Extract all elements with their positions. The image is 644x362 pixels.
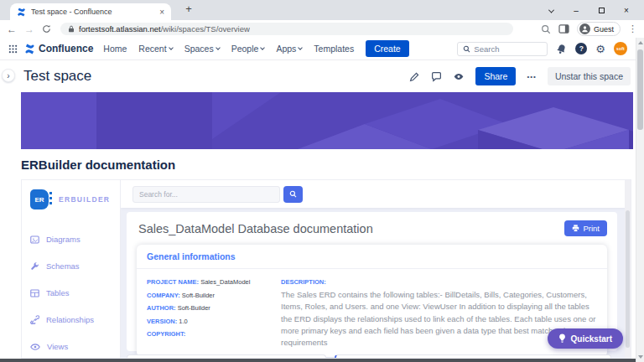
documentation-card: Sales_DataModel Database documentation P…: [127, 212, 617, 351]
eye-icon: [30, 343, 40, 351]
sidebar-item-label: Views: [47, 342, 68, 351]
erbuilder-search-button[interactable]: [283, 186, 303, 203]
user-avatar[interactable]: soft: [614, 42, 627, 55]
scrollbar-up-icon[interactable]: [636, 39, 644, 47]
browser-menu-icon[interactable]: ⋮: [628, 23, 637, 34]
sidebar-expand-button[interactable]: ›: [2, 69, 15, 82]
minimize-button[interactable]: –: [564, 6, 589, 15]
unstar-space-button[interactable]: Unstar this space: [548, 67, 631, 85]
address-bar: ← → fortestsoft.atlassian.net/wiki/space…: [0, 20, 644, 38]
window-controls: – ×: [538, 0, 639, 20]
sidebar-item-views[interactable]: Views: [30, 342, 112, 351]
settings-gear-icon[interactable]: ⚙: [595, 44, 605, 54]
create-button[interactable]: Create: [366, 40, 409, 57]
field-value: Sales_DataModel: [200, 278, 250, 286]
chevron-down-icon: [298, 45, 303, 50]
nav-item-label: Templates: [314, 44, 354, 54]
profile-button[interactable]: Guest: [577, 22, 621, 36]
print-button-label: Print: [583, 224, 600, 233]
field-author: AUTHOR: Soft-Builder: [147, 304, 269, 312]
nav-item-apps[interactable]: Apps: [276, 44, 302, 54]
field-label: COPYRIGHT:: [147, 330, 185, 338]
confluence-search-input[interactable]: [474, 44, 541, 54]
link-icon: [30, 315, 39, 324]
lock-icon: [68, 25, 75, 33]
sidebar-item-label: Diagrams: [46, 235, 80, 244]
partial-card: [127, 354, 326, 358]
sidebar-item-label: Schemas: [46, 261, 80, 271]
share-button[interactable]: Share: [475, 67, 516, 85]
reload-button[interactable]: [42, 24, 51, 34]
field-project-name: PROJECT NAME: Sales_DataModel: [147, 278, 269, 286]
chevron-down-icon: [216, 45, 221, 50]
quickstart-button[interactable]: Quickstart: [548, 328, 623, 349]
confluence-top-nav: Confluence Home Recent Spaces People App…: [0, 38, 636, 60]
sidebar-item-tables[interactable]: Tables: [30, 288, 112, 297]
table-icon: [30, 289, 39, 297]
print-button[interactable]: Print: [564, 220, 607, 236]
tab-close-icon[interactable]: ×: [159, 8, 164, 17]
panel-title: General informations: [137, 245, 607, 269]
sidebar-item-label: Relationships: [46, 315, 94, 324]
field-value: 1.0: [179, 318, 187, 325]
nav-item-recent[interactable]: Recent: [138, 44, 172, 54]
watch-eye-icon[interactable]: [453, 71, 465, 82]
quickstart-label: Quickstart: [571, 334, 612, 344]
side-panel-icon[interactable]: [558, 24, 569, 34]
comment-icon[interactable]: [431, 71, 442, 82]
nav-item-spaces[interactable]: Spaces: [184, 44, 220, 54]
wrench-icon: [30, 261, 39, 271]
sidebar-item-schemas[interactable]: Schemas: [30, 261, 112, 271]
nav-item-home[interactable]: Home: [103, 44, 127, 54]
erbuilder-main: Sales_DataModel Database documentation P…: [121, 180, 631, 358]
nav-item-label: Spaces: [184, 44, 214, 54]
app-switcher-icon[interactable]: [8, 44, 18, 54]
forward-button[interactable]: →: [24, 23, 34, 35]
window-close-button[interactable]: ×: [614, 6, 639, 15]
url-field[interactable]: fortestsoft.atlassian.net/wiki/spaces/TS…: [60, 23, 513, 35]
page-scrollbar[interactable]: [636, 38, 644, 362]
scrollbar-thumb[interactable]: [637, 49, 643, 130]
tab-title: Test space - Confluence: [31, 8, 154, 16]
frame-scrollbar-thumb[interactable]: [626, 210, 630, 348]
nav-item-templates[interactable]: Templates: [314, 44, 354, 54]
help-icon[interactable]: ?: [575, 43, 587, 54]
zoom-icon[interactable]: [541, 24, 551, 34]
space-banner-image: [21, 92, 633, 149]
sidebar-item-label: Tables: [46, 288, 69, 297]
erbuilder-search-input[interactable]: [132, 186, 280, 203]
nav-item-label: People: [231, 44, 259, 54]
chevron-down-icon: [261, 45, 266, 50]
field-version: VERSION: 1.0: [147, 318, 269, 325]
search-icon: [289, 190, 297, 198]
erbuilder-logo[interactable]: ER ERBUILDER: [30, 189, 112, 209]
sidebar-item-relationships[interactable]: Relationships: [30, 315, 112, 324]
erbuilder-search-bar: [121, 180, 631, 208]
back-button[interactable]: ←: [7, 23, 17, 35]
maximize-button[interactable]: [589, 6, 614, 15]
notifications-bell-icon[interactable]: [556, 44, 567, 54]
tab-search-icon[interactable]: [538, 6, 564, 15]
field-company: COMPANY: Soft-Builder: [147, 292, 269, 299]
nav-item-people[interactable]: People: [231, 44, 265, 54]
erbuilder-app-frame: ER ERBUILDER Diagrams Schemas Tables: [21, 179, 631, 359]
url-path: /wiki/spaces/TS/overview: [161, 24, 250, 34]
erbuilder-logo-badge: ER: [30, 189, 49, 209]
scrollbar-down-icon[interactable]: [636, 353, 644, 361]
new-tab-button[interactable]: +: [181, 3, 196, 15]
field-label: PROJECT NAME:: [147, 278, 199, 286]
nav-item-label: Home: [103, 44, 127, 54]
field-label: COMPANY:: [147, 292, 180, 299]
sidebar-item-diagrams[interactable]: Diagrams: [30, 235, 112, 244]
erbuilder-brand-name: ERBUILDER: [59, 195, 110, 204]
edit-pencil-icon[interactable]: [409, 71, 420, 82]
browser-tab[interactable]: Test space - Confluence ×: [10, 3, 171, 20]
frame-scrollbar[interactable]: [625, 180, 631, 358]
confluence-search-box[interactable]: [457, 42, 548, 56]
general-informations-panel: General informations PROJECT NAME: Sales…: [137, 245, 607, 357]
profile-label: Guest: [594, 25, 614, 34]
more-actions-icon[interactable]: •••: [527, 73, 536, 80]
browser-tab-strip: Test space - Confluence × + – ×: [0, 0, 644, 20]
confluence-logo[interactable]: Confluence: [24, 43, 93, 54]
field-value: Soft-Builder: [182, 292, 215, 299]
